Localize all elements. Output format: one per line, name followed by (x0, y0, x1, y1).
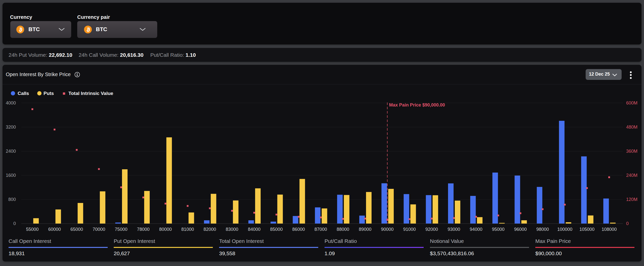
svg-text:82000: 82000 (204, 227, 216, 232)
svg-text:88000: 88000 (337, 227, 349, 232)
svg-text:0: 0 (626, 221, 629, 226)
svg-text:1600: 1600 (6, 173, 16, 178)
svg-text:600M: 600M (626, 100, 637, 105)
svg-text:98000: 98000 (536, 227, 549, 232)
svg-text:84000: 84000 (248, 227, 260, 232)
svg-text:91000: 91000 (403, 227, 416, 232)
svg-text:65000: 65000 (70, 227, 83, 232)
svg-text:87000: 87000 (314, 227, 327, 232)
svg-text:94000: 94000 (470, 227, 482, 232)
svg-text:85000: 85000 (270, 227, 283, 232)
svg-text:55000: 55000 (26, 227, 39, 232)
svg-text:92000: 92000 (425, 227, 438, 232)
svg-text:240M: 240M (626, 173, 637, 178)
svg-text:96000: 96000 (514, 227, 527, 232)
svg-text:120M: 120M (626, 197, 637, 202)
svg-text:83000: 83000 (226, 227, 238, 232)
svg-text:2400: 2400 (6, 149, 16, 154)
svg-text:75000: 75000 (115, 227, 127, 232)
svg-text:Max Pain Price $90,000.00: Max Pain Price $90,000.00 (389, 102, 445, 108)
svg-text:3200: 3200 (6, 125, 16, 130)
svg-text:78000: 78000 (137, 227, 149, 232)
svg-text:105000: 105000 (579, 227, 594, 232)
svg-text:4000: 4000 (6, 100, 16, 105)
svg-text:60000: 60000 (48, 227, 61, 232)
svg-text:100000: 100000 (557, 227, 572, 232)
svg-text:93000: 93000 (448, 227, 460, 232)
svg-text:86000: 86000 (292, 227, 305, 232)
svg-text:480M: 480M (626, 125, 637, 130)
svg-text:70000: 70000 (93, 227, 105, 232)
svg-text:89000: 89000 (359, 227, 371, 232)
svg-text:800: 800 (8, 197, 16, 202)
svg-text:81000: 81000 (181, 227, 194, 232)
svg-text:95000: 95000 (492, 227, 505, 232)
svg-text:360M: 360M (626, 149, 637, 154)
svg-text:108000: 108000 (601, 227, 617, 232)
svg-text:90000: 90000 (381, 227, 394, 232)
svg-text:0: 0 (13, 221, 16, 226)
svg-text:80000: 80000 (159, 227, 172, 232)
